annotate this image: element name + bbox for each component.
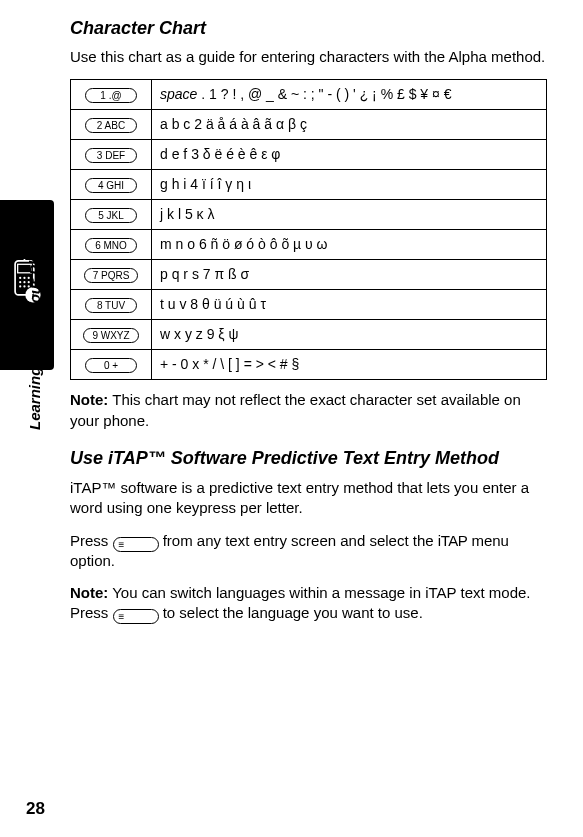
note-text: This chart may not reflect the exact cha…: [70, 391, 521, 428]
table-row: 1 .@space . 1 ? ! , @ _ & ~ : ; " - ( ) …: [71, 80, 547, 110]
note-label: Note:: [70, 391, 108, 408]
key-cell: 3 DEF: [71, 140, 152, 170]
keycap-icon: 4 GHI: [85, 178, 137, 193]
note-label: Note:: [70, 584, 108, 601]
chars-cell: g h i 4 ï í î γ η ι: [152, 170, 547, 200]
heading-character-chart: Character Chart: [70, 18, 547, 39]
menu-key-icon: ≡: [113, 609, 159, 624]
page: i Learning to Use Your Phone 28 Characte…: [0, 0, 583, 837]
chars-cell: m n o 6 ñ ö ø ó ò ô õ µ υ ω: [152, 230, 547, 260]
section-label: Learning to Use Your Phone: [26, 229, 43, 430]
table-row: 2 ABCa b c 2 ä å á à â ã α β ç: [71, 110, 547, 140]
table-row: 3 DEFd e f 3 δ ë é è ê ε φ: [71, 140, 547, 170]
itap-paragraph: iTAP™ software is a predictive text entr…: [70, 478, 547, 519]
key-cell: 5 JKL: [71, 200, 152, 230]
chars-cell: space . 1 ? ! , @ _ & ~ : ; " - ( ) ' ¿ …: [152, 80, 547, 110]
key-cell: 9 WXYZ: [71, 320, 152, 350]
keycap-icon: 9 WXYZ: [83, 328, 138, 343]
press-paragraph: Press ≡ from any text entry screen and s…: [70, 531, 547, 572]
table-row: 5 JKLj k l 5 κ λ: [71, 200, 547, 230]
svg-point-9: [19, 285, 21, 287]
keycap-icon: 6 MNO: [85, 238, 137, 253]
keycap-icon: 3 DEF: [85, 148, 137, 163]
table-row: 7 PQRSp q r s 7 π ß σ: [71, 260, 547, 290]
text-fragment: to select the language you want to use.: [159, 604, 423, 621]
keycap-icon: 7 PQRS: [84, 268, 139, 283]
character-chart-table: 1 .@space . 1 ? ! , @ _ & ~ : ; " - ( ) …: [70, 79, 547, 380]
table-row: 9 WXYZw x y z 9 ξ ψ: [71, 320, 547, 350]
note-2: Note: You can switch languages within a …: [70, 583, 547, 624]
itap-menu-label: iTAP: [438, 532, 467, 549]
key-cell: 8 TUV: [71, 290, 152, 320]
key-cell: 4 GHI: [71, 170, 152, 200]
chars-cell: p q r s 7 π ß σ: [152, 260, 547, 290]
chars-cell: + - 0 x * / \ [ ] = > < # §: [152, 350, 547, 380]
keycap-icon: 0 +: [85, 358, 137, 373]
key-cell: 0 +: [71, 350, 152, 380]
svg-point-3: [19, 277, 21, 279]
chars-cell: a b c 2 ä å á à â ã α β ç: [152, 110, 547, 140]
text-fragment: from any text entry screen and select th…: [159, 532, 438, 549]
key-cell: 6 MNO: [71, 230, 152, 260]
page-number: 28: [26, 799, 45, 819]
menu-key-icon: ≡: [113, 537, 159, 552]
table-row: 0 ++ - 0 x * / \ [ ] = > < # §: [71, 350, 547, 380]
chars-cell: d e f 3 δ ë é è ê ε φ: [152, 140, 547, 170]
chars-cell: w x y z 9 ξ ψ: [152, 320, 547, 350]
key-cell: 2 ABC: [71, 110, 152, 140]
svg-point-6: [19, 281, 21, 283]
table-row: 8 TUVt u v 8 θ ü ú ù û τ: [71, 290, 547, 320]
keycap-icon: 5 JKL: [85, 208, 137, 223]
keycap-icon: 8 TUV: [85, 298, 137, 313]
note-1: Note: This chart may not reflect the exa…: [70, 390, 547, 431]
chars-cell: j k l 5 κ λ: [152, 200, 547, 230]
keycap-icon: 2 ABC: [85, 118, 137, 133]
key-cell: 1 .@: [71, 80, 152, 110]
table-row: 6 MNOm n o 6 ñ ö ø ó ò ô õ µ υ ω: [71, 230, 547, 260]
text-fragment: Press: [70, 532, 113, 549]
table-row: 4 GHIg h i 4 ï í î γ η ι: [71, 170, 547, 200]
intro-paragraph: Use this chart as a guide for entering c…: [70, 47, 547, 67]
keycap-icon: 1 .@: [85, 88, 137, 103]
heading-itap: Use iTAP™ Software Predictive Text Entry…: [70, 447, 547, 470]
chars-cell: t u v 8 θ ü ú ù û τ: [152, 290, 547, 320]
key-cell: 7 PQRS: [71, 260, 152, 290]
